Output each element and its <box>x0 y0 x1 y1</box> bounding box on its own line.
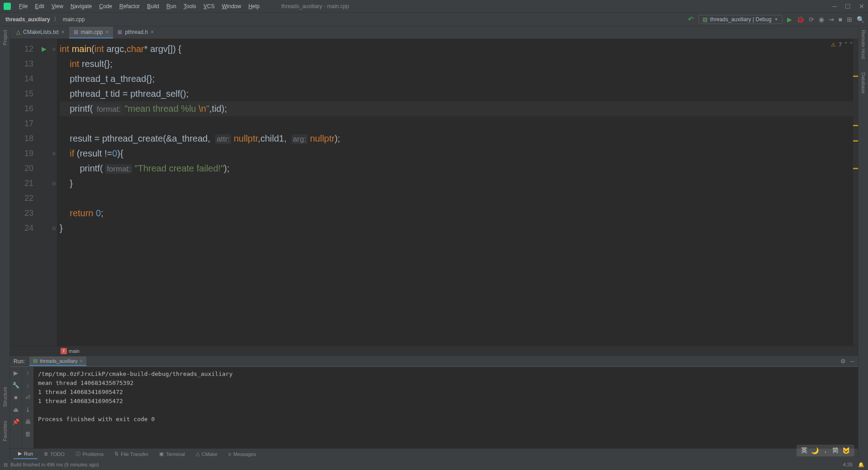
code-line-15[interactable]: pthread_t tid = pthread_self(); <box>60 86 858 101</box>
chevron-down-icon: ▼ <box>774 17 778 22</box>
menu-edit[interactable]: Edit <box>31 3 48 9</box>
chevron-down-icon[interactable]: ˅ <box>850 42 853 48</box>
line-number: 13 <box>10 57 33 71</box>
menu-refactor[interactable]: Refactor <box>116 3 143 9</box>
tab-icon: ⓘ <box>75 451 80 457</box>
menu-tools[interactable]: Tools <box>180 3 200 9</box>
attach-icon[interactable]: ⇥ <box>829 16 834 23</box>
menu-file[interactable]: File <box>15 3 31 9</box>
wrench-icon[interactable]: 🔧 <box>12 382 19 389</box>
code-line-13[interactable]: int result{}; <box>60 57 858 71</box>
menu-view[interactable]: View <box>48 3 67 9</box>
close-button[interactable]: ✕ <box>859 3 864 10</box>
inspection-indicator[interactable]: ⚠ 7 ˄ ˅ <box>831 42 853 48</box>
code-body[interactable]: int main(int argc,char* argv[]) { int re… <box>57 39 858 346</box>
up-icon[interactable]: ↑ <box>26 370 29 376</box>
code-line-17[interactable] <box>60 116 858 131</box>
status-notif-icon[interactable]: 🔔 <box>858 462 864 468</box>
menu-help[interactable]: Help <box>245 3 263 9</box>
structure-tool-button[interactable]: Structure <box>2 387 8 407</box>
bottom-tab-messages[interactable]: ≡Messages <box>224 449 261 459</box>
bottom-tab-file-transfer[interactable]: ⇅File Transfer <box>110 449 153 459</box>
tab-label: CMakeLists.txt <box>23 29 59 35</box>
breadcrumb-fn[interactable]: main <box>69 348 80 354</box>
tab-CMakeLists.txt[interactable]: △CMakeLists.txt× <box>12 27 69 38</box>
stop-button[interactable]: ■ <box>839 16 842 23</box>
line-number: 17 <box>10 116 33 131</box>
build-icon[interactable]: ↷ <box>688 15 694 24</box>
search-icon[interactable]: 🔍 <box>857 16 864 23</box>
bottom-tab-terminal[interactable]: ▣Terminal <box>155 449 189 459</box>
code-editor[interactable]: 12131415161718192021222324 ▶ ⊖⊖⊟⊟ int ma… <box>10 39 858 346</box>
console-output[interactable]: /tmp/tmp.0zFJrxLikP/cmake-build-debug/th… <box>33 367 858 448</box>
code-line-12[interactable]: int main(int argc,char* argv[]) { <box>60 42 858 57</box>
code-line-22[interactable] <box>60 191 858 206</box>
favorites-tool-button[interactable]: Favorites <box>2 421 8 441</box>
minimize-button[interactable]: ─ <box>832 3 837 10</box>
coverage-icon[interactable]: ⟳ <box>809 16 814 23</box>
maximize-button[interactable]: ☐ <box>845 3 851 10</box>
menu-code[interactable]: Code <box>95 3 116 9</box>
softwrap-icon[interactable]: ⏎ <box>25 394 30 401</box>
close-icon[interactable]: × <box>151 29 154 35</box>
breadcrumb-file[interactable]: main.cpp <box>61 16 87 23</box>
bottom-tab-problems[interactable]: ⓘProblems <box>71 449 108 459</box>
bottom-tab-todo[interactable]: ≣TODO <box>39 449 69 459</box>
code-line-14[interactable]: pthread_t a_thread{}; <box>60 71 858 86</box>
code-line-21[interactable]: } <box>60 176 858 191</box>
rerun-icon[interactable]: ▶ <box>14 370 18 376</box>
code-line-16[interactable]: printf( format: "mean thread %lu \n",tid… <box>60 101 858 116</box>
code-line-18[interactable]: result = pthread_create(&a_thread, attr:… <box>60 131 858 146</box>
close-icon[interactable]: × <box>105 29 108 35</box>
warning-count: 7 <box>839 42 842 48</box>
tab-main.cpp[interactable]: ⊞main.cpp× <box>69 27 113 38</box>
menu-navigate[interactable]: Navigate <box>67 3 95 9</box>
gutter-icon-strip: ▶ <box>37 39 51 346</box>
scroll-icon[interactable]: ⤓ <box>25 406 30 413</box>
title-bar: FileEditViewNavigateCodeRefactorBuildRun… <box>0 0 868 13</box>
menu-vcs[interactable]: VCS <box>200 3 218 9</box>
layout-icon[interactable]: ⊞ <box>847 16 852 23</box>
ime-overlay[interactable]: 英 🌙 ， 简 🐱 <box>797 445 854 456</box>
print-icon[interactable]: 🖶 <box>25 418 31 425</box>
gear-icon[interactable]: ⚙ <box>840 358 846 365</box>
tab-label: pthread.h <box>125 29 148 35</box>
editor-zone: △CMakeLists.txt×⊞main.cpp×⊞pthread.h× 12… <box>10 26 858 459</box>
bottom-tab-run[interactable]: ▶Run <box>14 449 38 459</box>
menu-build[interactable]: Build <box>143 3 163 9</box>
tab-label: TODO <box>50 451 65 457</box>
database-tool-button[interactable]: Database <box>861 72 866 94</box>
line-number: 15 <box>10 86 33 101</box>
code-line-24[interactable]: } <box>60 221 858 236</box>
moon-icon: 🌙 <box>811 447 819 454</box>
menu-window[interactable]: Window <box>218 3 245 9</box>
status-message: Build finished in 496 ms (5 minutes ago) <box>10 462 99 467</box>
code-line-19[interactable]: if (result !=0){ <box>60 146 858 161</box>
trash-icon[interactable]: 🗑 <box>25 431 31 437</box>
status-icon[interactable]: ⊟ <box>4 462 8 468</box>
run-tab[interactable]: ▤ threads_auxiliary × <box>29 356 86 366</box>
run-button[interactable]: ▶ <box>787 16 792 23</box>
exit-icon[interactable]: ⏏ <box>13 406 19 413</box>
run-config-selector[interactable]: ▤ threads_auxiliary | Debug ▼ <box>698 15 783 24</box>
stop-icon[interactable]: ■ <box>14 394 18 401</box>
profile-icon[interactable]: ◉ <box>819 16 824 23</box>
code-line-23[interactable]: return 0; <box>60 206 858 221</box>
close-icon[interactable]: × <box>61 29 65 35</box>
close-icon[interactable]: × <box>80 358 83 364</box>
error-stripe[interactable] <box>853 39 858 346</box>
pin-icon[interactable]: 📌 <box>12 418 19 425</box>
run-gutter-icon[interactable]: ▶ <box>37 42 51 57</box>
hide-icon[interactable]: ─ <box>850 358 854 365</box>
debug-button[interactable]: 🐞 <box>797 16 804 23</box>
code-line-20[interactable]: printf( format: "Thread create failed!")… <box>60 161 858 176</box>
breadcrumb-project[interactable]: threads_auxiliary <box>4 16 52 23</box>
menu-run[interactable]: Run <box>163 3 180 9</box>
project-tool-button[interactable]: Project <box>2 30 8 45</box>
down-icon[interactable]: ↓ <box>26 382 29 389</box>
run-config-icon: ▤ <box>703 16 708 23</box>
bottom-tab-cmake[interactable]: △CMake <box>191 449 222 459</box>
remote-host-tool-button[interactable]: Remote Host <box>861 30 866 59</box>
chevron-up-icon[interactable]: ˄ <box>844 42 847 48</box>
tab-pthread.h[interactable]: ⊞pthread.h× <box>113 27 158 38</box>
